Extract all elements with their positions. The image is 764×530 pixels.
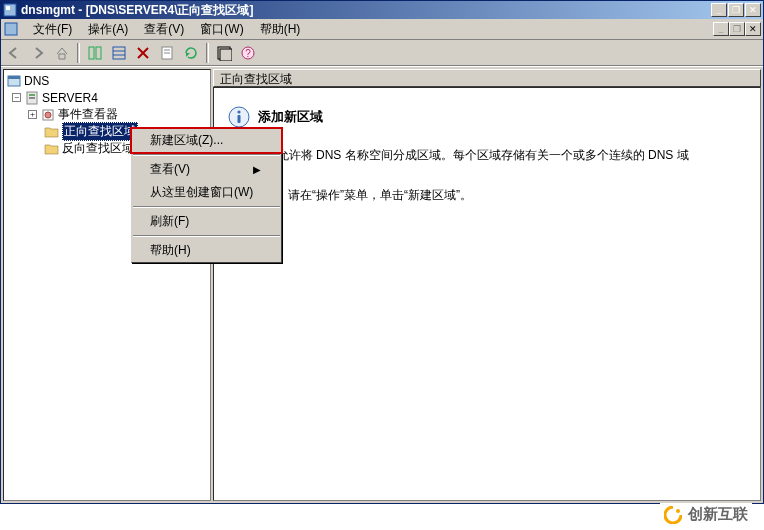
titlebar: dnsmgmt - [DNS\SERVER4\正向查找区域] _ ❐ ✕	[1, 1, 763, 19]
tree-server[interactable]: − SERVER4	[12, 89, 208, 106]
folder-icon	[44, 125, 59, 139]
forward-button[interactable]	[27, 42, 49, 64]
svg-point-21	[45, 112, 51, 118]
svg-rect-12	[220, 49, 232, 61]
submenu-arrow-icon: ▶	[253, 164, 261, 175]
svg-rect-2	[5, 23, 17, 35]
cm-separator	[133, 206, 280, 208]
toolbar-delete-button[interactable]	[132, 42, 154, 64]
toolbar-help-button[interactable]: ?	[237, 42, 259, 64]
dns-icon	[6, 74, 21, 88]
tree-label: 反向查找区域	[62, 140, 134, 157]
server-icon	[24, 91, 39, 105]
cm-help[interactable]: 帮助(H)	[132, 239, 281, 262]
close-button[interactable]: ✕	[745, 3, 761, 17]
cm-separator	[133, 154, 280, 156]
tree-root-dns[interactable]: DNS	[6, 72, 208, 89]
expand-icon[interactable]: +	[28, 110, 37, 119]
context-menu: 新建区域(Z)... 查看(V)▶ 从这里创建窗口(W) 刷新(F) 帮助(H)	[131, 128, 282, 263]
menu-view[interactable]: 查看(V)	[136, 19, 192, 40]
cm-new-window[interactable]: 从这里创建窗口(W)	[132, 181, 281, 204]
svg-text:?: ?	[245, 48, 251, 59]
titlebar-buttons: _ ❐ ✕	[711, 3, 761, 17]
event-icon	[40, 108, 55, 122]
menubar-close-button[interactable]: ✕	[745, 22, 761, 36]
detail-title: 添加新区域	[258, 108, 323, 126]
tree-label: 事件查看器	[58, 106, 118, 123]
titlebar-text: dnsmgmt - [DNS\SERVER4\正向查找区域]	[21, 2, 711, 19]
menu-help[interactable]: 帮助(H)	[252, 19, 309, 40]
toolbar-properties-button[interactable]	[156, 42, 178, 64]
tree-label: SERVER4	[42, 91, 98, 105]
maximize-button[interactable]: ❐	[728, 3, 744, 17]
cm-refresh[interactable]: 刷新(F)	[132, 210, 281, 233]
menu-file[interactable]: 文件(F)	[25, 19, 80, 40]
menubar-restore-button[interactable]: ❐	[729, 22, 745, 36]
cm-new-zone[interactable]: 新建区域(Z)...	[130, 127, 283, 154]
collapse-icon[interactable]: −	[12, 93, 21, 102]
cm-separator	[133, 235, 280, 237]
menubar: 文件(F) 操作(A) 查看(V) 窗口(W) 帮助(H) _ ❐ ✕	[1, 19, 763, 40]
toolbar-refresh-button[interactable]	[180, 42, 202, 64]
info-icon	[228, 106, 250, 128]
toolbar-btn-6[interactable]	[213, 42, 235, 64]
toolbar-separator	[77, 43, 80, 63]
svg-rect-24	[238, 115, 241, 123]
client-area: DNS − SERVER4 + 事件查看器 正向查找区域 反向查找区域	[1, 66, 763, 503]
console-icon	[3, 21, 19, 37]
toolbar-separator	[206, 43, 209, 63]
svg-rect-19	[29, 97, 35, 99]
svg-rect-18	[29, 94, 35, 96]
detail-header: 正向查找区域	[213, 69, 761, 87]
svg-rect-5	[113, 47, 125, 59]
back-button[interactable]	[3, 42, 25, 64]
toolbar-btn-2[interactable]	[108, 42, 130, 64]
app-window: dnsmgmt - [DNS\SERVER4\正向查找区域] _ ❐ ✕ 文件(…	[0, 0, 764, 504]
detail-paragraph-1: 域 (DNS)允许将 DNS 名称空间分成区域。每个区域存储有关一个或多个连续的…	[228, 146, 754, 164]
minimize-button[interactable]: _	[711, 3, 727, 17]
detail-paragraph-2: 个新区域，请在“操作”菜单，单击“新建区域”。	[228, 186, 754, 204]
svg-point-23	[237, 110, 240, 113]
watermark-logo-icon	[664, 506, 682, 524]
cm-view[interactable]: 查看(V)▶	[132, 158, 281, 181]
tree-event-viewer[interactable]: + 事件查看器	[28, 106, 208, 123]
tree-label: DNS	[24, 74, 49, 88]
svg-rect-1	[6, 6, 10, 10]
menu-window[interactable]: 窗口(W)	[192, 19, 251, 40]
detail-pane: 正向查找区域 添加新区域 域 (DNS)允许将 DNS 名称空间分成区域。每个区…	[213, 69, 761, 501]
menu-action[interactable]: 操作(A)	[80, 19, 136, 40]
app-icon	[3, 3, 17, 17]
watermark-text: 创新互联	[688, 505, 748, 524]
up-button[interactable]	[51, 42, 73, 64]
menubar-minimize-button[interactable]: _	[713, 22, 729, 36]
watermark: 创新互联	[660, 503, 752, 526]
toolbar-btn-1[interactable]	[84, 42, 106, 64]
toolbar: ?	[1, 40, 763, 66]
svg-point-25	[676, 509, 680, 513]
detail-body: 添加新区域 域 (DNS)允许将 DNS 名称空间分成区域。每个区域存储有关一个…	[213, 87, 761, 501]
tree-label: 正向查找区域	[62, 122, 138, 141]
folder-icon	[44, 142, 59, 156]
svg-rect-4	[96, 47, 101, 59]
svg-rect-3	[89, 47, 94, 59]
svg-rect-16	[8, 76, 20, 79]
